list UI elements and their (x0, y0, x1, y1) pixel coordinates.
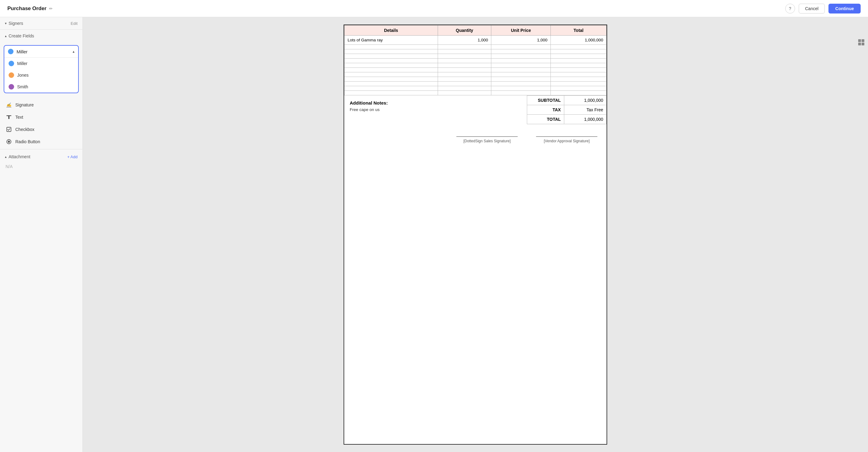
svg-point-4 (8, 141, 10, 143)
additional-notes-title: Additional Notes: (350, 100, 521, 106)
signature-label-2: [Vendor Approval Signature] (544, 139, 589, 143)
header-left: Purchase Order ✏ (7, 5, 53, 12)
edit-title-icon[interactable]: ✏ (49, 6, 53, 11)
table-row (344, 54, 607, 59)
signatures-row: [DottedSign Sales Signature] [Vendor App… (344, 124, 607, 150)
attachment-label: Attachment (8, 154, 30, 159)
subtotal-value: 1,000,000 (564, 96, 606, 105)
notes-section: Additional Notes: Free cape on us (344, 95, 527, 124)
create-fields-section: ▴ Create Fields Miller ▴ Miller (0, 30, 83, 149)
table-row (344, 59, 607, 63)
grid-view-icon[interactable] (858, 39, 864, 46)
main-content: Details Quantity Unit Price Total Lots o… (83, 17, 868, 452)
attachment-value: N/A (0, 163, 83, 173)
table-row (344, 91, 607, 95)
table-row (344, 45, 607, 49)
signature-label: Signature (15, 102, 34, 107)
document-preview: Details Quantity Unit Price Total Lots o… (344, 25, 607, 445)
table-row: Lots of Gamma ray 1,000 1,000 1,000,000 (344, 36, 607, 45)
signer-option-smith[interactable]: Smith (4, 81, 78, 93)
attachment-section: ▴ Attachment + Add N/A (0, 151, 83, 173)
total-row: TOTAL 1,000,000 (527, 115, 607, 124)
signers-section-header[interactable]: ▾ Signers Edit (0, 17, 83, 29)
signer-dropdown-menu: Miller Jones Smith (4, 57, 78, 93)
tax-value: Tax Free (564, 105, 606, 115)
help-button[interactable]: ? (785, 4, 795, 13)
miller-dot (8, 61, 14, 66)
signers-section: ▾ Signers Edit (0, 17, 83, 29)
continue-button[interactable]: Continue (829, 4, 861, 13)
signer-option-jones[interactable]: Jones (4, 69, 78, 81)
attachment-label-group: ▴ Attachment (5, 154, 30, 159)
signer-dropdown[interactable]: Miller ▴ Miller Jones Smith (4, 45, 79, 93)
subtotal-row: SUBTOTAL 1,000,000 (527, 96, 607, 105)
sidebar: ▾ Signers Edit ▴ Create Fields M (0, 17, 83, 452)
chevron-up-icon: ▴ (5, 34, 7, 38)
attachment-header[interactable]: ▴ Attachment + Add (0, 151, 83, 163)
svg-rect-1 (8, 115, 9, 119)
col-details: Details (344, 26, 438, 36)
signers-label-group: ▾ Signers (5, 21, 23, 26)
signer-dropdown-selected[interactable]: Miller ▴ (4, 46, 78, 57)
col-total: Total (551, 26, 607, 36)
row-quantity: 1,000 (438, 36, 491, 45)
cancel-button[interactable]: Cancel (799, 4, 825, 13)
table-row (344, 63, 607, 68)
page-title: Purchase Order (7, 5, 46, 12)
header-right: ? Cancel Continue (785, 4, 861, 13)
document-table: Details Quantity Unit Price Total Lots o… (344, 25, 607, 95)
row-unit-price: 1,000 (491, 36, 551, 45)
app-header: Purchase Order ✏ ? Cancel Continue (0, 0, 868, 17)
radio-label: Radio Button (15, 139, 40, 144)
col-unit-price: Unit Price (491, 26, 551, 36)
total-value: 1,000,000 (564, 115, 606, 124)
tax-row: TAX Tax Free (527, 105, 607, 115)
attachment-add-link[interactable]: + Add (67, 155, 78, 159)
jones-dot (8, 72, 14, 78)
table-row (344, 82, 607, 86)
signature-block-1: [DottedSign Sales Signature] (456, 137, 518, 144)
table-row (344, 72, 607, 77)
totals-table: SUBTOTAL 1,000,000 TAX Tax Free TOTAL 1,… (527, 95, 607, 124)
signers-edit-link[interactable]: Edit (71, 21, 78, 26)
miller-dot-selected (8, 49, 13, 54)
radio-icon (5, 138, 12, 145)
signers-label: Signers (8, 21, 23, 26)
create-fields-label-group: ▴ Create Fields (5, 33, 34, 38)
tax-label: TAX (527, 105, 564, 115)
signer-option-miller[interactable]: Miller (4, 58, 78, 69)
additional-notes: Additional Notes: Free cape on us (344, 95, 527, 112)
totals-section: SUBTOTAL 1,000,000 TAX Tax Free TOTAL 1,… (527, 95, 607, 124)
row-details: Lots of Gamma ray (344, 36, 438, 45)
field-type-radio[interactable]: Radio Button (0, 135, 83, 148)
signature-block-2: [Vendor Approval Signature] (536, 137, 597, 144)
create-fields-label: Create Fields (8, 33, 34, 38)
selected-signer-group: Miller (8, 49, 28, 54)
field-type-checkbox[interactable]: Checkbox (0, 123, 83, 135)
signature-line-2 (536, 137, 597, 137)
table-row (344, 68, 607, 72)
main-layout: ▾ Signers Edit ▴ Create Fields M (0, 0, 868, 452)
signer-jones-label: Jones (17, 73, 29, 78)
doc-bottom: Additional Notes: Free cape on us SUBTOT… (344, 95, 607, 124)
signature-line-1 (456, 137, 518, 137)
chevron-down-icon: ▾ (5, 22, 7, 26)
chevron-up-dropdown-icon: ▴ (73, 49, 74, 54)
create-fields-header[interactable]: ▴ Create Fields (0, 30, 83, 42)
chevron-up-attachment-icon: ▴ (5, 155, 7, 159)
field-type-text[interactable]: Text (0, 111, 83, 123)
subtotal-label: SUBTOTAL (527, 96, 564, 105)
field-type-signature[interactable]: ✍ Signature (0, 99, 83, 111)
checkbox-label: Checkbox (15, 127, 34, 132)
total-label: TOTAL (527, 115, 564, 124)
col-quantity: Quantity (438, 26, 491, 36)
text-icon (5, 114, 12, 121)
table-row (344, 77, 607, 82)
signature-icon: ✍ (5, 101, 12, 108)
checkbox-icon (5, 126, 12, 133)
divider-2 (0, 149, 83, 149)
field-types-list: ✍ Signature Text (0, 96, 83, 149)
signature-label-1: [DottedSign Sales Signature] (463, 139, 510, 143)
additional-notes-text: Free cape on us (350, 107, 521, 112)
text-label: Text (15, 115, 23, 120)
